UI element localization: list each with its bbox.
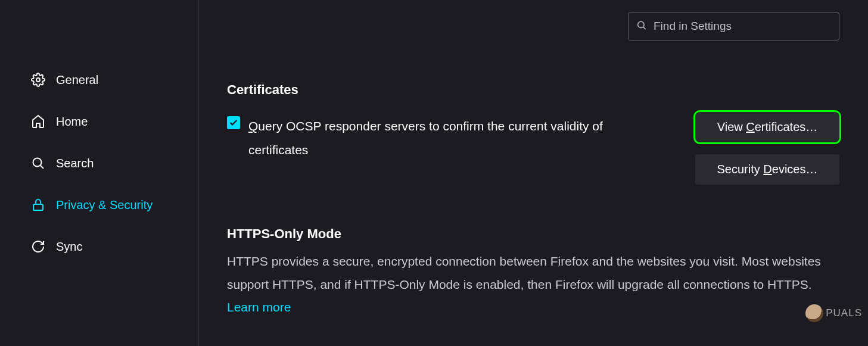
view-certificates-button[interactable]: View Certificates… xyxy=(695,112,839,142)
svg-line-2 xyxy=(41,166,43,169)
svg-point-1 xyxy=(33,158,42,167)
watermark-text: PUALS xyxy=(826,307,862,319)
sync-icon xyxy=(31,239,45,254)
certificates-section: Certificates Query OCSP responder server… xyxy=(227,82,839,185)
gear-icon xyxy=(31,73,45,87)
learn-more-link[interactable]: Learn more xyxy=(227,300,291,314)
search-input[interactable] xyxy=(628,12,839,40)
svg-point-0 xyxy=(36,78,40,82)
sidebar: General Home Search xyxy=(0,0,198,346)
lock-icon xyxy=(31,198,45,212)
https-only-heading: HTTPS-Only Mode xyxy=(227,226,839,242)
sidebar-item-privacy-security[interactable]: Privacy & Security xyxy=(24,191,198,219)
watermark: PUALS xyxy=(805,304,862,322)
sidebar-item-sync[interactable]: Sync xyxy=(24,232,198,261)
sidebar-item-label: Home xyxy=(56,115,88,129)
https-only-body: HTTPS provides a secure, encrypted conne… xyxy=(227,250,839,297)
search-box xyxy=(628,12,839,40)
watermark-face-icon xyxy=(805,304,823,322)
search-wrap xyxy=(227,12,839,40)
sidebar-item-general[interactable]: General xyxy=(24,66,198,94)
certificates-heading: Certificates xyxy=(227,82,839,98)
ocsp-checkbox-label: Query OCSP responder servers to confirm … xyxy=(248,114,630,162)
sidebar-item-search[interactable]: Search xyxy=(24,149,198,177)
certificates-buttons: View Certificates… Security Devices… xyxy=(695,112,839,185)
sidebar-item-label: Privacy & Security xyxy=(56,198,153,212)
sidebar-item-label: General xyxy=(56,73,98,87)
home-icon xyxy=(31,114,45,129)
https-only-section: HTTPS-Only Mode HTTPS provides a secure,… xyxy=(227,226,839,314)
svg-rect-3 xyxy=(33,204,43,210)
sidebar-item-label: Search xyxy=(56,157,94,170)
sidebar-item-label: Sync xyxy=(56,240,82,254)
ocsp-checkbox-row[interactable]: Query OCSP responder servers to confirm … xyxy=(227,114,686,162)
sidebar-item-home[interactable]: Home xyxy=(24,107,198,136)
security-devices-button[interactable]: Security Devices… xyxy=(695,154,839,185)
ocsp-checkbox[interactable] xyxy=(227,116,240,129)
search-icon xyxy=(31,156,45,170)
main-content: Certificates Query OCSP responder server… xyxy=(198,0,868,346)
